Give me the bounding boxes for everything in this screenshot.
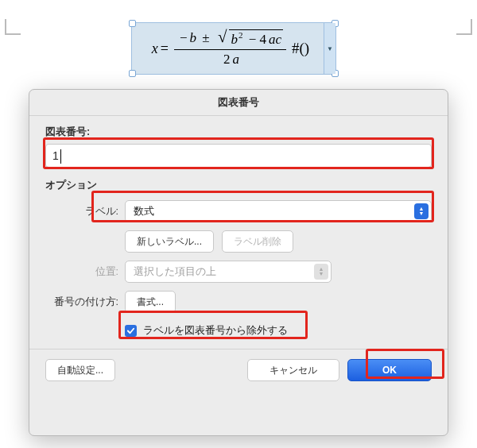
eq-b1: b: [190, 30, 197, 45]
eq-tail-placeholder: #(): [292, 40, 309, 57]
caption-dialog: 図表番号 図表番号: 1 オプション ラベル: 数式 ▲▼ 新しいラベル... …: [29, 89, 448, 436]
equation-content: x = −b ± √b2 − 4ac 2a #(): [132, 29, 335, 68]
resize-handle-nw[interactable]: [129, 20, 136, 27]
caption-input[interactable]: 1: [45, 144, 432, 168]
eq-den-a: a: [232, 52, 239, 67]
eq-exp-2: 2: [238, 30, 243, 40]
equation-options-handle[interactable]: ▼: [324, 23, 335, 74]
updown-icon: ▲▼: [314, 264, 328, 280]
position-value: 選択した項目の上: [134, 265, 216, 279]
delete-label-button: ラベル削除: [222, 230, 293, 253]
eq-minus: −: [180, 30, 188, 45]
eq-minus-4: − 4: [245, 32, 266, 47]
eq-plus-minus: ±: [202, 30, 209, 45]
new-label-button[interactable]: 新しいラベル...: [125, 230, 214, 253]
auto-caption-button[interactable]: 自動設定...: [45, 359, 115, 381]
position-select: 選択した項目の上 ▲▼: [125, 261, 332, 283]
eq-a: a: [269, 32, 276, 47]
eq-sqrt: √b2 − 4ac: [215, 29, 283, 48]
equation-object[interactable]: x = −b ± √b2 − 4ac 2a #() ▼: [131, 22, 336, 75]
exclude-label-checkbox[interactable]: [125, 325, 137, 337]
eq-equals: =: [161, 41, 169, 57]
updown-icon: ▲▼: [414, 203, 429, 219]
check-icon: [126, 326, 135, 335]
eq-var-x: x: [152, 41, 158, 57]
options-heading: オプション: [45, 179, 432, 192]
numbering-key: 番号の付け方:: [45, 295, 125, 309]
eq-den-2: 2: [223, 52, 231, 67]
crop-mark-tl: [5, 19, 21, 35]
text-caret: [60, 149, 61, 164]
label-select[interactable]: 数式 ▲▼: [125, 200, 432, 222]
label-select-value: 数式: [134, 205, 154, 218]
exclude-label-text: ラベルを図表番号から除外する: [143, 324, 288, 338]
eq-b2: b: [231, 32, 238, 47]
resize-handle-sw[interactable]: [129, 70, 136, 77]
caption-field-label: 図表番号:: [45, 126, 432, 139]
chevron-down-icon: ▼: [327, 45, 333, 52]
position-key: 位置:: [45, 265, 125, 279]
caption-value: 1: [52, 149, 59, 162]
numbering-format-button[interactable]: 書式...: [125, 291, 176, 313]
crop-mark-tr: [456, 19, 472, 35]
label-key: ラベル:: [45, 205, 125, 218]
dialog-title: 図表番号: [29, 90, 448, 116]
ok-button[interactable]: OK: [347, 359, 432, 381]
eq-c: c: [276, 32, 282, 47]
cancel-button[interactable]: キャンセル: [247, 359, 339, 381]
